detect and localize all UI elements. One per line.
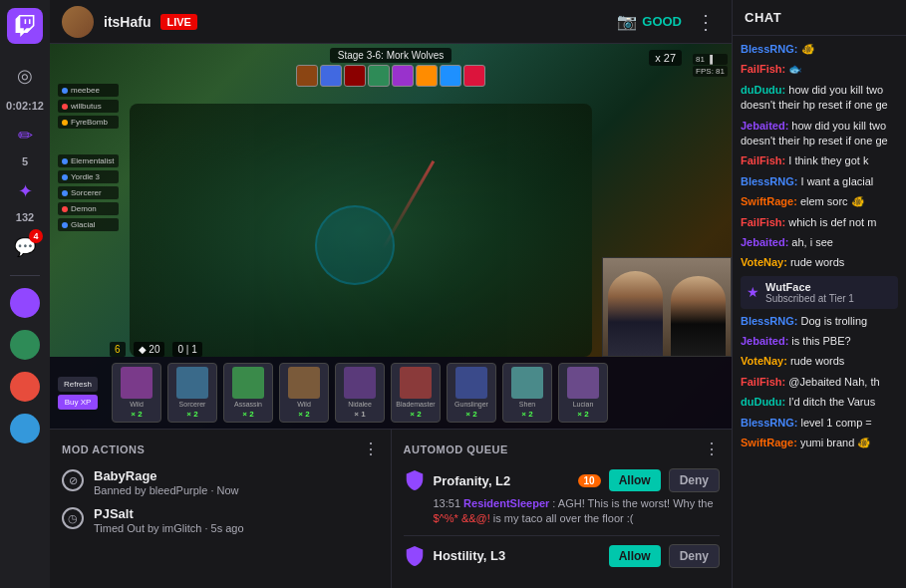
- automod-item-header: Hostility, L3 Allow Deny: [404, 544, 721, 568]
- mod-actions-panel: MOD ACTIONS ⋮ ⊘ BabyRage Banned by bleed…: [50, 430, 392, 588]
- aoe-indicator: [315, 205, 395, 285]
- automod-more[interactable]: ⋮: [704, 440, 720, 458]
- automod-type-label: Profanity, L2: [434, 473, 570, 488]
- chat-sidebar: CHAT BlessRNG: 🐠 FailFish: 🐟 duDudu: how…: [732, 0, 906, 588]
- deny-button[interactable]: Deny: [669, 468, 720, 492]
- chat-text: Dog is trolling: [801, 315, 868, 327]
- bench-cost: × 2: [410, 410, 421, 419]
- bench-cost: × 2: [577, 410, 588, 419]
- health-bars: 81 ▐ FPS: 81: [693, 54, 728, 77]
- chat-username: FailFish:: [741, 63, 785, 75]
- bench-item: Wild × 2: [112, 363, 161, 423]
- mod-actions-more[interactable]: ⋮: [363, 440, 379, 458]
- bench-item: Wild × 2: [279, 363, 329, 423]
- chat-icon[interactable]: 💬 4: [5, 227, 45, 267]
- sub-tier: Subscribed at Tier 1: [765, 293, 854, 304]
- bench-name: Assassin: [234, 401, 262, 408]
- flagged-text: $^%* &&@!: [434, 512, 490, 524]
- chat-text: elem sorc 🐠: [800, 195, 865, 207]
- bench-icon: [288, 367, 320, 399]
- bench-icon: [344, 367, 376, 399]
- chat-message: FailFish: which is def not m: [741, 215, 898, 230]
- twitch-logo[interactable]: [7, 8, 43, 44]
- chat-text: is this PBE?: [791, 335, 850, 347]
- refresh-label: Refresh: [58, 377, 98, 392]
- chat-text: yumi brand 🐠: [800, 437, 871, 448]
- chat-message: SwiftRage: elem sorc 🐠: [741, 194, 898, 209]
- avatar-3[interactable]: [10, 372, 40, 402]
- shield-icon: [404, 545, 426, 567]
- twitch-logo-icon: [14, 15, 36, 37]
- stream-header: itsHafu LIVE 📷 GOOD ⋮: [50, 0, 732, 44]
- webcam-feed: [603, 258, 731, 356]
- buy-xp-label: Buy XP: [58, 395, 98, 410]
- game-stage-info: Stage 3-6: Mork Wolves: [296, 48, 485, 87]
- bench-name: Shen: [519, 401, 535, 408]
- allow-button[interactable]: Allow: [609, 545, 661, 567]
- player-dot: [62, 206, 68, 212]
- player-dot: [62, 158, 68, 164]
- message-username: ResidentSleeper: [463, 497, 549, 509]
- bench-icon: [511, 367, 543, 399]
- bench-icon: [232, 367, 264, 399]
- deny-button[interactable]: Deny: [669, 544, 720, 568]
- bench-icon: [455, 367, 487, 399]
- chat-username: BlessRNG:: [741, 43, 797, 55]
- bench-cost: × 2: [298, 410, 309, 419]
- chat-username: FailFish:: [741, 154, 785, 166]
- avatar-1[interactable]: [10, 288, 40, 318]
- chat-title: CHAT: [733, 0, 906, 36]
- unit-icons: [296, 65, 485, 87]
- bench-cost: × 2: [242, 410, 253, 419]
- stage-label: Stage 3-6: Mork Wolves: [330, 48, 453, 63]
- chat-text: 🐟: [788, 63, 802, 75]
- headset-icon[interactable]: ◎: [5, 56, 45, 96]
- sub-star-icon: ★: [747, 284, 759, 300]
- bench-icon: [400, 367, 432, 399]
- chat-username: Jebaited:: [741, 335, 788, 347]
- chat-message: Jebaited: is this PBE?: [741, 334, 898, 349]
- bench-icon: [176, 367, 208, 399]
- streamer-avatar: [62, 6, 94, 38]
- bench-name: Gunslinger: [454, 401, 488, 408]
- chat-text: I think they got k: [788, 154, 868, 166]
- chat-messages: BlessRNG: 🐠 FailFish: 🐟 duDudu: how did …: [733, 36, 906, 588]
- message-text-2: is my taco all over the floor :(: [493, 512, 634, 524]
- avatar-4[interactable]: [10, 414, 40, 443]
- quality-indicator: 📷 GOOD: [617, 12, 682, 31]
- hp-item: FPS: 81: [693, 66, 728, 77]
- star-icon[interactable]: ✦: [5, 171, 45, 211]
- mod-actions-header: MOD ACTIONS ⋮: [62, 440, 379, 458]
- mod-action-item: ⊘ BabyRage Banned by bleedPurple · Now: [62, 468, 379, 496]
- player-row: Glacial: [58, 218, 119, 231]
- banned-user-name: BabyRage: [94, 468, 239, 483]
- bench-controls: Refresh Buy XP: [58, 377, 98, 410]
- quality-label: GOOD: [642, 14, 682, 29]
- chat-text: @Jebaited Nah, th: [788, 376, 879, 388]
- header-more-button[interactable]: ⋮: [692, 10, 720, 34]
- avatar-2[interactable]: [10, 330, 40, 360]
- chat-message: VoteNay: rude words: [741, 354, 898, 369]
- person-right: [671, 276, 726, 356]
- bench-name: Lucian: [573, 401, 594, 408]
- chat-message: BlessRNG: level 1 comp =: [741, 416, 898, 431]
- automod-item-header: Profanity, L2 10 Allow Deny: [404, 468, 721, 492]
- webcam-overlay: [602, 257, 732, 357]
- chat-username: FailFish:: [741, 376, 785, 388]
- automod-queue-panel: AUTOMOD QUEUE ⋮ Profanity, L2 10 Allow D…: [392, 430, 733, 588]
- streamer-name: itsHafu: [104, 14, 151, 30]
- player-dot: [62, 120, 68, 126]
- chat-username: duDudu:: [741, 396, 785, 408]
- timedout-user-name: PJSalt: [94, 506, 244, 521]
- sub-info: WutFace Subscribed at Tier 1: [765, 281, 854, 304]
- automod-message: 13:51 ResidentSleeper : AGH! This is the…: [434, 496, 721, 527]
- pen-icon[interactable]: ✏: [5, 116, 45, 155]
- allow-button[interactable]: Allow: [609, 469, 661, 491]
- timestamp: 13:51: [434, 497, 464, 509]
- chat-username: VoteNay:: [741, 355, 787, 367]
- chat-message: duDudu: I'd ditch the Varus: [741, 395, 898, 410]
- chat-text: level 1 comp =: [801, 417, 872, 429]
- video-background: Stage 3-6: Mork Wolves x 27 81 ▐: [50, 44, 732, 429]
- bench-item: Nidalee × 1: [335, 363, 385, 423]
- sidebar-number-5: 5: [22, 155, 28, 167]
